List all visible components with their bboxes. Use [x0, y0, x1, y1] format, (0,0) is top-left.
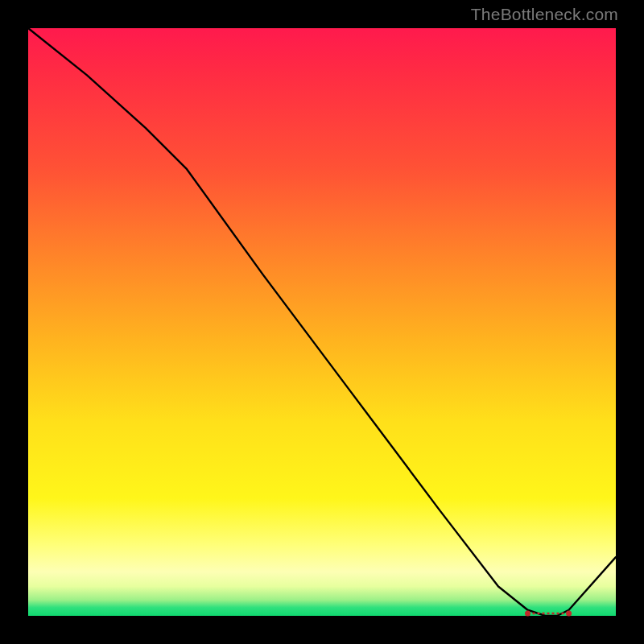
svg-point-2: [566, 611, 572, 617]
data-line: [28, 28, 616, 616]
chart-frame: TheBottleneck.com: [0, 0, 644, 644]
svg-point-1: [525, 611, 530, 617]
chart-svg: [28, 28, 616, 616]
plot-area: [28, 28, 616, 616]
watermark-text: TheBottleneck.com: [471, 5, 618, 24]
